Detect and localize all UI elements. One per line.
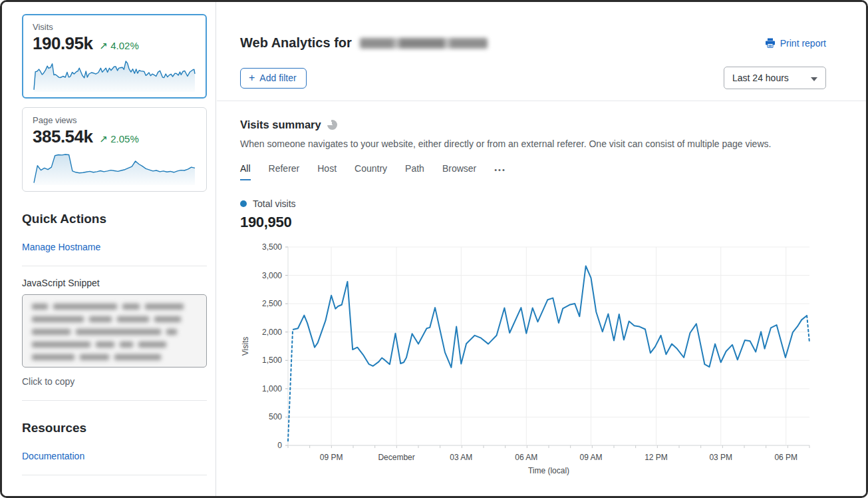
page-title: Web Analytics for (240, 35, 488, 51)
total-visits-value: 190,950 (240, 214, 826, 231)
trend-up-arrow-icon: ↗ (99, 40, 108, 51)
tab-all[interactable]: All (240, 163, 251, 180)
metric-card-visits[interactable]: Visits 190.95k ↗ 4.02% (22, 14, 207, 99)
svg-text:1,500: 1,500 (262, 356, 282, 365)
summary-tabs: All Referer Host Country Path Browser ••… (240, 163, 826, 180)
metric-delta: ↗ 4.02% (99, 40, 138, 52)
app-window: Visits 190.95k ↗ 4.02% Page views 385.54… (0, 0, 868, 498)
visits-sparkline (33, 57, 196, 93)
svg-text:500: 500 (269, 412, 282, 421)
metric-card-pageviews[interactable]: Page views 385.54k ↗ 2.05% (22, 107, 207, 192)
tab-country[interactable]: Country (355, 163, 387, 180)
tab-host[interactable]: Host (317, 163, 337, 180)
pageviews-sparkline (33, 150, 196, 186)
documentation-link[interactable]: Documentation (22, 451, 84, 461)
svg-text:1,000: 1,000 (262, 384, 282, 393)
printer-icon (765, 38, 776, 48)
svg-text:Visits: Visits (241, 337, 250, 356)
chevron-down-icon (811, 77, 817, 81)
tab-browser[interactable]: Browser (442, 163, 476, 180)
click-to-copy-hint: Click to copy (22, 376, 207, 387)
metric-label: Visits (33, 22, 196, 32)
add-filter-button[interactable]: + Add filter (240, 68, 307, 89)
divider (22, 400, 207, 401)
tab-more-ellipsis[interactable]: ••• (494, 166, 506, 180)
plus-icon: + (249, 73, 255, 83)
svg-text:12 PM: 12 PM (645, 453, 668, 462)
metric-delta: ↗ 2.05% (99, 133, 138, 145)
time-range-value: Last 24 hours (732, 73, 789, 83)
legend-label: Total visits (253, 198, 296, 209)
quick-actions-heading: Quick Actions (22, 212, 207, 226)
svg-text:3,500: 3,500 (262, 242, 282, 252)
sidebar: Visits 190.95k ↗ 4.02% Page views 385.54… (2, 2, 216, 496)
svg-text:3,000: 3,000 (262, 271, 282, 280)
metric-label: Page views (33, 115, 196, 125)
divider (217, 101, 866, 101)
manage-hostname-link[interactable]: Manage Hostname (22, 242, 100, 252)
svg-text:0: 0 (277, 441, 282, 450)
chart-legend: Total visits (240, 198, 826, 209)
trend-up-arrow-icon: ↗ (99, 133, 108, 144)
visits-summary-description: When someone navigates to your website, … (240, 138, 826, 149)
tab-path[interactable]: Path (405, 163, 424, 180)
svg-text:03 AM: 03 AM (450, 453, 472, 462)
svg-text:09 AM: 09 AM (579, 453, 602, 462)
resources-heading: Resources (22, 421, 207, 435)
time-range-select[interactable]: Last 24 hours (724, 67, 826, 89)
visits-line-chart[interactable]: 05001,0001,5002,0002,5003,0003,50009 PMD… (240, 240, 813, 477)
metric-value: 190.95k (33, 33, 92, 54)
svg-text:06 AM: 06 AM (515, 453, 537, 462)
legend-dot-icon (240, 200, 247, 207)
metric-value: 385.54k (33, 126, 92, 147)
redacted-domain-name (360, 38, 488, 49)
javascript-snippet-code-redacted[interactable] (22, 294, 207, 368)
svg-text:06 PM: 06 PM (774, 453, 797, 462)
svg-text:2,500: 2,500 (262, 299, 282, 308)
print-report-link[interactable]: Print report (765, 38, 826, 49)
main-panel: Web Analytics for Print report (217, 2, 866, 496)
svg-text:Time (local): Time (local) (528, 466, 569, 475)
tab-referer[interactable]: Referer (269, 163, 300, 180)
javascript-snippet-label: JavaScript Snippet (22, 278, 207, 288)
svg-text:December: December (378, 453, 414, 462)
svg-text:2,000: 2,000 (262, 328, 282, 337)
help-pie-icon[interactable] (327, 120, 337, 130)
svg-text:03 PM: 03 PM (709, 453, 732, 462)
svg-text:09 PM: 09 PM (320, 453, 343, 462)
visits-summary-title: Visits summary (240, 119, 321, 131)
